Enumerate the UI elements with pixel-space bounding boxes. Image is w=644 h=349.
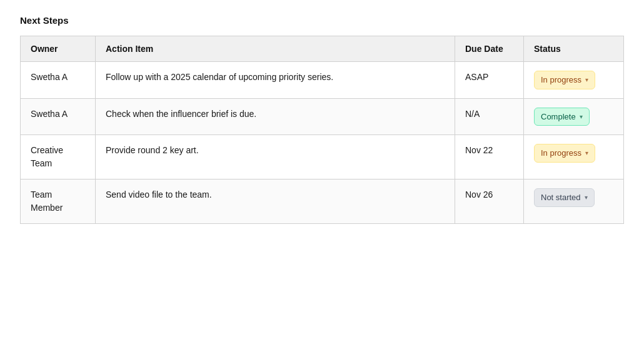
- status-dropdown-arrow-3: ▾: [585, 193, 588, 202]
- cell-status-2: In progress ▾: [524, 135, 624, 180]
- table-row: Team Member Send video file to the team.…: [21, 180, 624, 224]
- cell-action-3: Send video file to the team.: [96, 180, 455, 224]
- status-dropdown-arrow-0: ▾: [585, 75, 588, 84]
- cell-owner-3: Team Member: [21, 180, 96, 224]
- status-dropdown-arrow-2: ▾: [585, 148, 588, 158]
- status-badge-0[interactable]: In progress ▾: [534, 71, 595, 89]
- status-badge-3[interactable]: Not started ▾: [534, 188, 595, 207]
- status-badge-1[interactable]: Complete ▾: [534, 108, 590, 126]
- cell-owner-0: Swetha A: [21, 62, 96, 99]
- cell-action-0: Follow up with a 2025 calendar of upcomi…: [96, 62, 455, 99]
- cell-duedate-0: ASAP: [455, 62, 524, 99]
- cell-action-2: Provide round 2 key art.: [96, 135, 455, 180]
- section-title: Next Steps: [20, 15, 624, 26]
- cell-status-3: Not started ▾: [524, 180, 624, 224]
- cell-status-1: Complete ▾: [524, 98, 624, 135]
- col-header-status: Status: [524, 36, 624, 62]
- cell-action-1: Check when the influencer brief is due.: [96, 98, 455, 135]
- col-header-owner: Owner: [21, 36, 96, 62]
- table-header-row: Owner Action Item Due Date Status: [21, 36, 624, 62]
- cell-duedate-1: N/A: [455, 98, 524, 135]
- table-row: Creative Team Provide round 2 key art. N…: [21, 135, 624, 180]
- cell-owner-2: Creative Team: [21, 135, 96, 180]
- cell-owner-1: Swetha A: [21, 98, 96, 135]
- cell-duedate-3: Nov 26: [455, 180, 524, 224]
- status-badge-2[interactable]: In progress ▾: [534, 144, 595, 163]
- cell-status-0: In progress ▾: [524, 62, 624, 99]
- col-header-action: Action Item: [96, 36, 455, 62]
- table-row: Swetha A Check when the influencer brief…: [21, 98, 624, 135]
- cell-duedate-2: Nov 22: [455, 135, 524, 180]
- status-dropdown-arrow-1: ▾: [580, 112, 583, 121]
- table-row: Swetha A Follow up with a 2025 calendar …: [21, 62, 624, 99]
- next-steps-table: Owner Action Item Due Date Status Swetha…: [20, 36, 624, 224]
- col-header-duedate: Due Date: [455, 36, 524, 62]
